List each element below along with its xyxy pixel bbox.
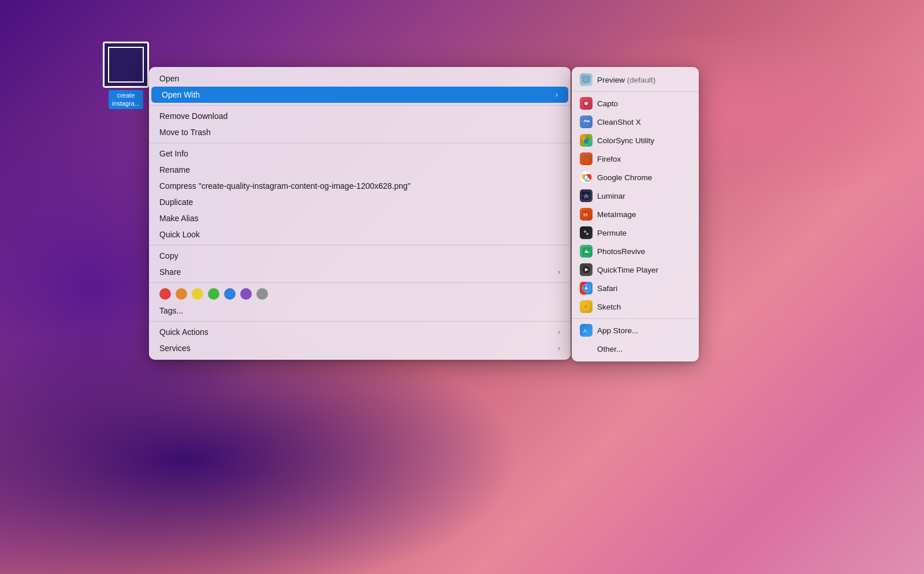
menu-item-move-trash[interactable]: Move to Trash — [149, 124, 571, 140]
tags-row — [149, 285, 571, 303]
file-icon — [103, 42, 149, 88]
separator-2 — [149, 143, 571, 143]
svg-point-7 — [584, 139, 588, 144]
menu-item-open[interactable]: Open — [149, 70, 571, 87]
separator-4 — [149, 282, 571, 283]
menu-item-services[interactable]: Services › — [149, 340, 571, 356]
other-icon — [580, 342, 593, 355]
separator-5 — [149, 321, 571, 322]
file-label: create instagra... — [109, 90, 143, 109]
submenu-item-preview[interactable]: Preview (default) — [572, 70, 699, 89]
submenu-item-app-store[interactable]: A App Store... — [572, 321, 699, 340]
submenu-item-quicktime[interactable]: QuickTime Player — [572, 260, 699, 279]
submenu-item-chrome[interactable]: Google Chrome — [572, 168, 699, 187]
submenu-sep-1 — [572, 91, 699, 92]
tag-blue[interactable] — [224, 288, 236, 300]
tag-gray[interactable] — [256, 288, 268, 300]
svg-rect-4 — [582, 118, 590, 126]
submenu-sep-2 — [572, 318, 699, 319]
metaimage-icon: M — [580, 208, 593, 221]
submenu-item-firefox[interactable]: Firefox — [572, 150, 699, 168]
context-menu: Open Open With › Remove Download Move to… — [149, 67, 571, 360]
app-store-icon: A — [580, 324, 593, 337]
svg-point-18 — [586, 233, 588, 235]
tag-yellow[interactable] — [192, 288, 203, 300]
menu-item-quick-actions[interactable]: Quick Actions › — [149, 324, 571, 340]
submenu-item-capto[interactable]: Capto — [572, 94, 699, 113]
submenu-item-other[interactable]: Other... — [572, 340, 699, 358]
sketch-icon — [580, 300, 593, 313]
chrome-icon — [580, 171, 593, 184]
colorsync-icon — [580, 134, 593, 147]
chevron-icon: › — [558, 268, 560, 276]
submenu-item-sketch[interactable]: Sketch — [572, 297, 699, 316]
submenu-item-metaimage[interactable]: M MetaImage — [572, 205, 699, 223]
submenu-item-safari[interactable]: Safari — [572, 279, 699, 297]
menu-item-share[interactable]: Share › — [149, 264, 571, 280]
photosrevive-icon — [580, 245, 593, 258]
menu-item-open-with[interactable]: Open With › — [151, 87, 568, 103]
quicktime-icon — [580, 263, 593, 276]
svg-point-17 — [584, 230, 586, 233]
tag-orange[interactable] — [176, 288, 187, 300]
menu-item-tags[interactable]: Tags... — [149, 303, 571, 319]
svg-text:A: A — [583, 328, 587, 334]
desktop-icon[interactable]: create instagra... — [97, 42, 155, 109]
tag-red[interactable] — [159, 288, 171, 300]
menu-item-quick-look[interactable]: Quick Look — [149, 226, 571, 243]
svg-point-3 — [584, 102, 588, 105]
menu-item-rename[interactable]: Rename — [149, 162, 571, 178]
safari-icon — [580, 282, 593, 295]
submenu-item-colorsync[interactable]: ColorSync Utility — [572, 131, 699, 150]
tag-green[interactable] — [208, 288, 219, 300]
submenu-item-cleanshot[interactable]: CleanShot X — [572, 113, 699, 131]
svg-rect-16 — [582, 229, 590, 237]
menu-item-duplicate[interactable]: Duplicate — [149, 194, 571, 210]
menu-item-get-info[interactable]: Get Info — [149, 146, 571, 162]
luminar-icon — [580, 189, 593, 202]
capto-icon — [580, 97, 593, 110]
submenu-item-permute[interactable]: Permute — [572, 223, 699, 242]
permute-icon — [580, 226, 593, 239]
submenu-item-luminar[interactable]: Luminar — [572, 187, 699, 205]
separator-3 — [149, 245, 571, 245]
separator-1 — [149, 105, 571, 106]
menu-item-copy[interactable]: Copy — [149, 248, 571, 264]
svg-rect-0 — [583, 76, 590, 82]
chevron-icon: › — [558, 344, 560, 352]
chevron-icon: › — [556, 91, 558, 99]
svg-text:M: M — [583, 212, 588, 218]
svg-rect-1 — [583, 83, 589, 84]
preview-icon — [580, 73, 593, 86]
open-with-submenu: Preview (default) Capto CleanShot X Colo… — [572, 67, 699, 361]
menu-item-make-alias[interactable]: Make Alias — [149, 210, 571, 226]
submenu-item-photosrevive[interactable]: PhotosRevive — [572, 242, 699, 260]
menu-item-remove-download[interactable]: Remove Download — [149, 108, 571, 124]
firefox-icon — [580, 152, 593, 165]
cleanshot-icon — [580, 115, 593, 128]
chevron-icon: › — [558, 328, 560, 336]
tag-purple[interactable] — [240, 288, 252, 300]
svg-point-11 — [584, 176, 587, 178]
menu-item-compress[interactable]: Compress "create-quality-instagram-conte… — [149, 178, 571, 194]
